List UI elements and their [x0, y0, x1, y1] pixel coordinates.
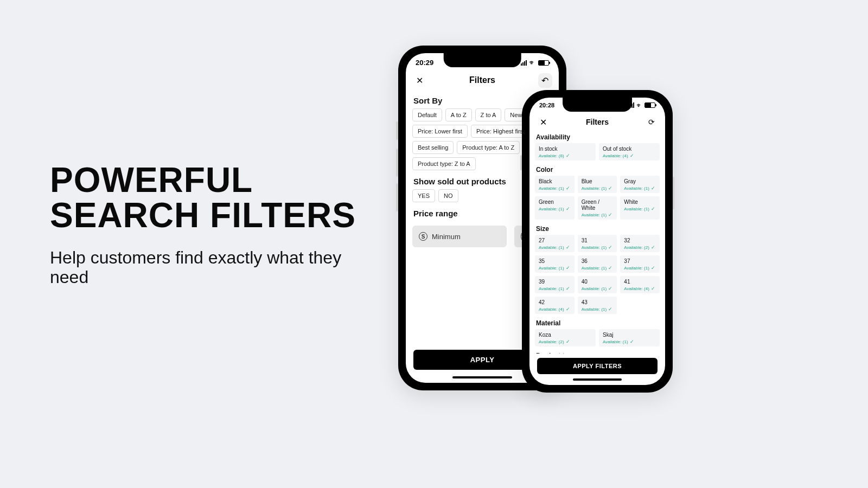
check-icon: ✓ [566, 286, 570, 291]
check-icon: ✓ [566, 185, 570, 191]
sort-chip[interactable]: Default [412, 108, 442, 121]
filter-tile[interactable]: KozaAvailable: (2)✓ [535, 329, 596, 346]
sort-chip[interactable]: A to Z [445, 108, 472, 121]
check-icon: ✓ [630, 339, 634, 344]
check-icon: ✓ [566, 206, 570, 211]
filter-tile[interactable]: GreenAvailable: (1)✓ [535, 196, 575, 220]
filter-tile[interactable]: Out of stockAvailable: (4)✓ [599, 143, 660, 160]
refresh-icon[interactable]: ⟳ [644, 115, 659, 129]
filter-tile[interactable]: 43Available: (1)✓ [578, 297, 617, 314]
tile-available: Available: (1)✓ [624, 185, 656, 191]
status-bar: 20:28 ᯤ [529, 98, 665, 111]
filter-tile[interactable]: 35Available: (1)✓ [535, 255, 575, 273]
hero-title: POWERFUL SEARCH FILTERS [50, 163, 365, 234]
filter-tile[interactable]: BlueAvailable: (1)✓ [578, 176, 617, 193]
tile-label: White [624, 199, 656, 205]
filter-tile[interactable]: 42Available: (4)✓ [535, 297, 575, 314]
sort-chip[interactable]: Best selling [412, 141, 454, 154]
tile-available: Available: (1)✓ [539, 286, 571, 291]
check-icon: ✓ [608, 265, 612, 271]
filter-tile[interactable]: Green / WhiteAvailable: (1)✓ [578, 196, 617, 220]
wifi-icon: ᯤ [636, 102, 642, 108]
filter-tile[interactable]: 40Available: (1)✓ [578, 276, 617, 293]
hero-subtitle: Help customers find exactly what they ne… [50, 248, 365, 288]
check-icon: ✓ [608, 306, 612, 312]
tile-label: 27 [539, 237, 571, 243]
filter-tile[interactable]: 37Available: (1)✓ [620, 255, 660, 273]
hero-text: POWERFUL SEARCH FILTERS Help customers f… [50, 163, 365, 287]
sort-chip[interactable]: Price: Lower first [412, 125, 468, 138]
tile-available: Available: (2)✓ [624, 245, 656, 250]
tile-available: Available: (1)✓ [539, 265, 571, 271]
status-bar: 20:29 ᯤ [406, 53, 559, 69]
availability-title: Availability [529, 130, 665, 143]
check-icon: ✓ [566, 306, 570, 312]
signal-icon [628, 102, 634, 108]
filter-tile[interactable]: 41Available: (4)✓ [620, 276, 660, 293]
color-title: Color [529, 163, 665, 176]
battery-icon [644, 102, 655, 108]
tile-available: Available: (1)✓ [539, 245, 571, 250]
apply-filters-button[interactable]: APPLY FILTERS [537, 358, 658, 374]
soldout-chip[interactable]: YES [412, 189, 435, 202]
check-icon: ✓ [608, 286, 612, 291]
tile-label: 36 [582, 258, 614, 264]
color-tiles: BlackAvailable: (1)✓BlueAvailable: (1)✓G… [529, 176, 665, 222]
filter-tile[interactable]: 32Available: (2)✓ [620, 235, 660, 252]
filter-tile[interactable]: SkajAvailable: (1)✓ [599, 329, 660, 346]
tile-available: Available: (1)✓ [582, 306, 614, 312]
tile-label: 43 [582, 299, 614, 305]
sort-chip[interactable]: Product type: A to Z [457, 141, 520, 154]
status-time: 20:28 [539, 102, 554, 108]
material-title: Material [529, 316, 665, 329]
phone-mockup-filters-facets: 20:28 ᯤ ✕ Filters ⟳ Availability In stoc… [522, 90, 673, 393]
filter-tile[interactable]: 36Available: (1)✓ [578, 255, 617, 273]
filter-tile[interactable]: 39Available: (1)✓ [535, 276, 575, 293]
product-type-title: Product type [529, 349, 665, 354]
price-min-input[interactable]: S Minimum [412, 226, 507, 247]
tile-available: Available: (2)✓ [539, 339, 592, 344]
tile-available: Available: (4)✓ [603, 153, 656, 158]
filter-tile[interactable]: 31Available: (1)✓ [578, 235, 617, 252]
tile-label: In stock [539, 146, 592, 152]
close-icon[interactable]: ✕ [412, 73, 426, 87]
tile-label: 37 [624, 258, 656, 264]
tile-available: Available: (1)✓ [582, 212, 614, 217]
tile-label: 32 [624, 237, 656, 243]
filter-tile[interactable]: WhiteAvailable: (1)✓ [620, 196, 660, 220]
tile-available: Available: (1)✓ [582, 286, 614, 291]
header-title: Filters [469, 75, 495, 85]
check-icon: ✓ [608, 212, 612, 217]
sort-chip[interactable]: Price: Highest first [471, 125, 530, 138]
filter-tile[interactable]: 27Available: (1)✓ [535, 235, 575, 252]
tile-label: 39 [539, 279, 571, 285]
tile-available: Available: (1)✓ [603, 339, 656, 344]
tile-available: Available: (1)✓ [539, 206, 571, 211]
undo-icon[interactable]: ↶ [538, 73, 552, 87]
tile-label: Koza [539, 332, 592, 338]
sort-chip[interactable]: Z to A [475, 108, 502, 121]
tile-label: 35 [539, 258, 571, 264]
wifi-icon: ᯤ [529, 59, 536, 67]
check-icon: ✓ [651, 206, 655, 211]
check-icon: ✓ [651, 245, 655, 250]
filter-tile[interactable]: BlackAvailable: (1)✓ [535, 176, 575, 193]
tile-label: Green [539, 199, 571, 205]
check-icon: ✓ [630, 153, 634, 158]
battery-icon [538, 60, 549, 66]
tile-available: Available: (4)✓ [624, 286, 656, 291]
tile-label: Black [539, 178, 571, 184]
home-indicator [452, 376, 512, 378]
check-icon: ✓ [566, 265, 570, 271]
close-icon[interactable]: ✕ [536, 115, 550, 129]
soldout-chip[interactable]: NO [438, 189, 458, 202]
tile-available: Available: (1)✓ [539, 185, 571, 191]
check-icon: ✓ [608, 245, 612, 250]
sort-chip[interactable]: Product type: Z to A [412, 157, 476, 170]
filter-tile[interactable]: GrayAvailable: (1)✓ [620, 176, 660, 193]
filter-tile[interactable]: In stockAvailable: (8)✓ [535, 143, 596, 160]
tile-label: Skaj [603, 332, 656, 338]
check-icon: ✓ [651, 286, 655, 291]
tile-label: 31 [582, 237, 614, 243]
tile-label: Blue [582, 178, 614, 184]
